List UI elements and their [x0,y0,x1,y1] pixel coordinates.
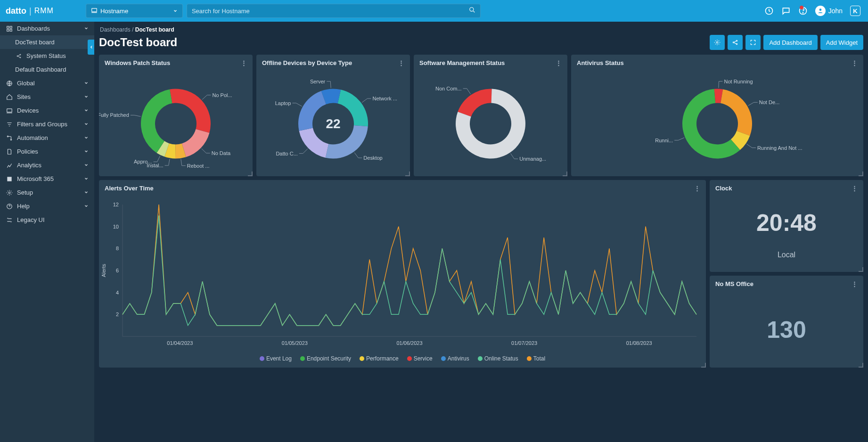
svg-point-16 [10,139,11,140]
legend-label: Event Log [266,355,292,362]
legend-item[interactable]: Performance [360,355,399,362]
sidebar-item-sites[interactable]: Sites [0,90,94,104]
resize-handle[interactable] [405,172,410,176]
legend-item[interactable]: Endpoint Security [300,355,351,362]
sidebar-item-setup[interactable]: Setup [0,186,94,199]
sidebar-sub-system-status[interactable]: System Status [0,49,94,63]
home-icon [6,94,13,100]
share-button[interactable] [728,35,743,50]
resize-handle[interactable] [701,363,706,368]
search-input[interactable] [192,8,469,15]
sidebar-item-ms365[interactable]: Microsoft 365 [0,172,94,186]
donut-segment[interactable] [182,129,209,157]
resize-handle[interactable] [859,172,863,176]
resize-handle[interactable] [859,267,863,272]
sidebar-item-automation[interactable]: Automation [0,131,94,145]
resize-handle[interactable] [563,172,567,176]
nomso-value: 130 [767,316,806,344]
segment-label: Not Running [724,79,753,84]
widget-menu-button[interactable]: ⋮ [694,185,700,192]
search-icon[interactable] [469,7,475,15]
widget-menu-button[interactable]: ⋮ [241,59,247,66]
svg-text:6: 6 [116,268,119,273]
chat-icon[interactable] [781,6,791,16]
sidebar-item-analytics[interactable]: Analytics [0,158,94,172]
donut-chart: Not RunningNot De...Running And Not ...R… [571,71,863,176]
brand-logo: datto | RMM [4,6,54,16]
svg-rect-0 [92,8,97,11]
legend-label: Antivirus [448,355,469,362]
search-box[interactable] [187,4,481,18]
legend-label: Endpoint Security [307,355,351,362]
legend-item[interactable]: Antivirus [441,355,469,362]
segment-label: Unmanag... [519,156,546,162]
sidebar-item-policies[interactable]: Policies [0,145,94,158]
donut-chart: Non Com...Unmanag... [414,71,567,176]
widget-menu-button[interactable]: ⋮ [398,59,404,66]
chart-legend: Event LogEndpoint SecurityPerformanceSer… [99,351,706,365]
grid-icon [6,25,13,32]
add-widget-button[interactable]: Add Widget [820,35,863,50]
chevron-down-icon [84,93,89,100]
donut-segment[interactable] [170,89,211,133]
donut-segment[interactable] [721,89,752,136]
widget-no-ms-office: No MS Office⋮ 130 [710,276,863,368]
hostname-dropdown[interactable]: Hostname [86,4,183,18]
doc-icon [6,148,13,155]
sidebar-sub-doctest[interactable]: DocTest board [0,35,94,49]
legend-item[interactable]: Event Log [260,355,292,362]
sidebar-item-global[interactable]: Global [0,76,94,90]
add-dashboard-button[interactable]: Add Dashboard [763,35,817,50]
legend-item[interactable]: Online Status [478,355,518,362]
ms-icon [6,176,13,182]
help-beacon-icon[interactable] [798,6,808,16]
donut-segment[interactable] [298,91,326,131]
clock-zone: Local [778,251,795,259]
segment-label: Appro... [134,159,152,164]
chevron-down-icon [84,107,89,114]
sidebar-item-dashboards[interactable]: Dashboards [0,22,94,35]
line-series [123,215,696,325]
resize-handle[interactable] [248,172,253,176]
sidebar-item-devices[interactable]: Devices [0,104,94,117]
svg-rect-7 [10,26,12,28]
svg-text:8: 8 [116,246,119,251]
segment-label: Runni... [655,138,673,143]
sidebar-sub-default[interactable]: Default Dashboard [0,63,94,76]
kaseya-button[interactable]: K [850,6,860,16]
legend-dot [478,356,483,361]
line-chart: 24681012Alerts01/04/202301/05/202301/06/… [99,200,706,351]
svg-text:Alerts: Alerts [101,263,106,277]
automation-icon [6,135,13,141]
share-icon [15,53,23,59]
chevron-down-icon [84,148,89,155]
widget-menu-button[interactable]: ⋮ [852,185,858,192]
sidebar-item-help[interactable]: Help [0,199,94,213]
legend-item[interactable]: Total [527,355,545,362]
svg-point-20 [717,41,719,43]
legend-item[interactable]: Service [407,355,433,362]
resize-handle[interactable] [859,363,863,368]
donut-segment[interactable] [338,90,368,126]
segment-label: Running And Not ... [757,145,802,151]
page-title: DocTest board [99,36,177,49]
donut-segment[interactable] [458,89,491,117]
fullscreen-button[interactable] [745,35,761,50]
widget-alerts-over-time: Alerts Over Time⋮ 24681012Alerts01/04/20… [99,180,706,368]
settings-button[interactable] [710,35,725,50]
sidebar-collapse-button[interactable] [88,40,94,55]
widget-menu-button[interactable]: ⋮ [852,280,858,287]
widget-menu-button[interactable]: ⋮ [852,59,858,66]
user-menu[interactable]: John [815,6,843,16]
gear-icon [6,189,13,196]
sidebar-item-filters[interactable]: Filters and Groups [0,117,94,131]
help-icon [6,203,13,210]
sidebar-item-legacy[interactable]: Legacy UI [0,213,94,227]
widget-patch-status: Windows Patch Status⋮ No Pol...No DataRe… [99,55,253,176]
legend-label: Service [414,355,433,362]
breadcrumb-root[interactable]: Dashboards [100,26,131,33]
svg-text:10: 10 [113,223,119,229]
widget-menu-button[interactable]: ⋮ [556,59,562,66]
clock-icon[interactable] [764,6,774,16]
svg-rect-14 [7,108,12,112]
